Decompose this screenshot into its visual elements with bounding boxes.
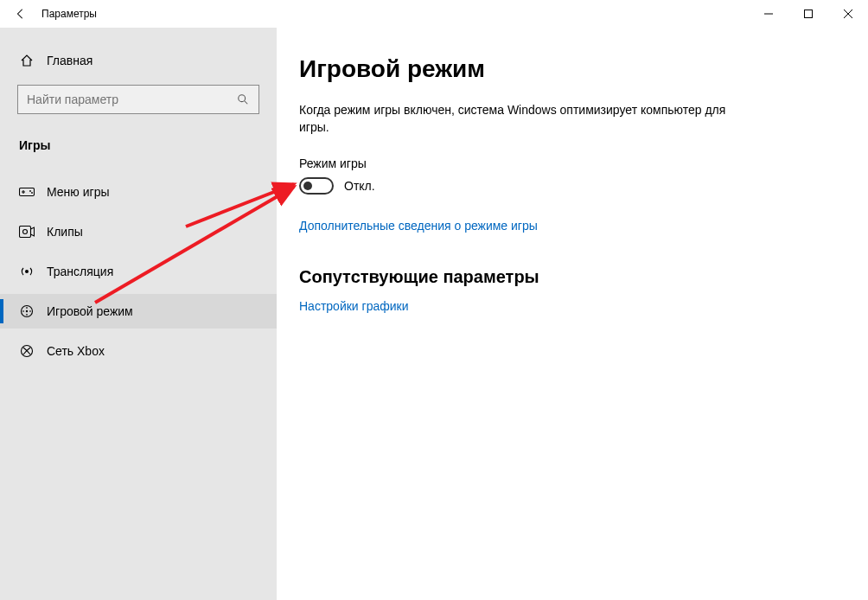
sidebar-item-captures[interactable]: Клипы <box>0 214 277 249</box>
svg-point-6 <box>23 230 28 234</box>
maximize-icon <box>804 10 813 18</box>
minimize-button[interactable] <box>749 0 788 28</box>
page-title: Игровой режим <box>299 55 833 83</box>
window-title: Параметры <box>41 8 97 20</box>
minimize-icon <box>764 10 773 18</box>
captures-icon <box>19 226 35 238</box>
toggle-label: Режим игры <box>299 156 833 170</box>
sidebar-item-game-mode[interactable]: Игровой режим <box>0 294 277 329</box>
game-mode-toggle[interactable] <box>299 177 334 195</box>
svg-point-7 <box>25 270 29 273</box>
sidebar-item-game-bar[interactable]: Меню игры <box>0 175 277 209</box>
search-icon <box>236 93 250 105</box>
search-input[interactable] <box>27 93 236 106</box>
learn-more-link[interactable]: Дополнительные сведения о режиме игры <box>299 219 538 233</box>
maximize-button[interactable] <box>788 0 828 28</box>
category-header: Игры <box>0 130 277 159</box>
sidebar-item-label: Меню игры <box>47 185 110 199</box>
svg-point-1 <box>239 95 246 102</box>
related-settings-title: Сопутствующие параметры <box>299 267 833 287</box>
sidebar: Главная Игры Меню игры Клипы <box>0 28 277 600</box>
broadcast-icon <box>19 265 35 278</box>
main-content: Игровой режим Когда режим игры включен, … <box>277 28 868 600</box>
svg-rect-5 <box>20 227 31 238</box>
game-mode-icon <box>19 304 35 318</box>
game-bar-icon <box>19 186 35 198</box>
sidebar-item-label: Клипы <box>47 225 83 239</box>
close-button[interactable] <box>828 0 868 28</box>
home-button[interactable]: Главная <box>0 45 277 76</box>
svg-rect-0 <box>805 10 813 18</box>
sidebar-item-xbox-network[interactable]: Сеть Xbox <box>0 334 277 368</box>
graphics-settings-link[interactable]: Настройки графики <box>299 299 409 313</box>
close-icon <box>844 10 852 18</box>
svg-point-9 <box>26 310 28 312</box>
sidebar-item-label: Трансляция <box>47 265 113 278</box>
sidebar-item-label: Сеть Xbox <box>47 344 105 358</box>
back-button[interactable] <box>0 0 41 28</box>
toggle-knob-icon <box>303 182 312 190</box>
home-label: Главная <box>47 54 93 67</box>
page-description: Когда режим игры включен, система Window… <box>299 102 749 136</box>
sidebar-item-label: Игровой режим <box>47 304 133 318</box>
toggle-state-text: Откл. <box>344 179 375 193</box>
sidebar-item-broadcasting[interactable]: Трансляция <box>0 254 277 289</box>
search-input-box[interactable] <box>17 85 259 114</box>
svg-point-3 <box>29 190 31 192</box>
xbox-icon <box>19 344 35 358</box>
svg-point-4 <box>31 192 33 194</box>
arrow-left-icon <box>15 8 27 20</box>
home-icon <box>19 54 35 67</box>
